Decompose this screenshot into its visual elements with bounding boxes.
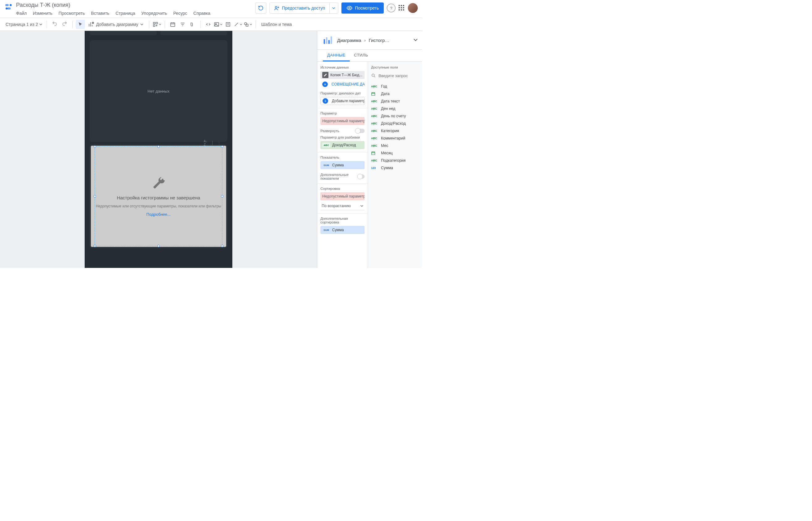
label-optional-metrics: Дополнительные показатели xyxy=(320,173,358,180)
breakdown-dim-chip[interactable]: ABC Доход/Расход xyxy=(320,141,365,149)
no-data-card[interactable]: Нет данных xyxy=(90,40,228,142)
svg-rect-8 xyxy=(156,22,157,24)
svg-rect-18 xyxy=(328,40,330,44)
drill-down-toggle[interactable] xyxy=(355,129,365,133)
label-metric: Показатель xyxy=(320,156,365,159)
report-page[interactable]: Нет данных A↓Z ⋮ Настройка гистограммы н… xyxy=(85,31,232,268)
page-selector[interactable]: Страница 1 из 2 xyxy=(4,22,44,27)
menu-file[interactable]: Файл xyxy=(16,9,30,17)
refresh-button[interactable] xyxy=(255,2,266,14)
shape-button[interactable] xyxy=(243,20,252,29)
field-Дата текст[interactable]: ABCДата текст xyxy=(371,97,419,105)
avatar[interactable] xyxy=(408,3,418,13)
field-Категория[interactable]: ABCКатегория xyxy=(371,127,419,135)
card-stub-2[interactable] xyxy=(160,31,228,35)
data-control-button[interactable] xyxy=(188,20,197,29)
add-date-range-dim[interactable]: + Добавьте параметр xyxy=(320,97,365,105)
card-stub-1[interactable] xyxy=(90,31,157,35)
dimension-error-chip[interactable]: Недопустимый параметр. xyxy=(320,117,365,125)
date-range-button[interactable] xyxy=(168,20,177,29)
breakdown-dim-name: Доход/Расход xyxy=(332,143,356,147)
url-embed-button[interactable] xyxy=(204,20,213,29)
field-Мес[interactable]: ABCМес xyxy=(371,142,419,150)
svg-rect-10 xyxy=(171,23,175,26)
field-Год[interactable]: ABCГод xyxy=(371,83,419,90)
svg-rect-0 xyxy=(5,4,9,6)
sort-error-chip[interactable]: Недопустимый параметр ... xyxy=(320,192,365,200)
label-data-source: Источник данных xyxy=(320,65,365,69)
menu-view[interactable]: Просмотреть xyxy=(56,9,88,17)
apps-icon[interactable] xyxy=(399,5,405,11)
view-label: Посмотреть xyxy=(355,5,379,10)
search-icon xyxy=(371,73,376,78)
label-secondary-sort: Дополнительная сортировка xyxy=(320,217,365,224)
blend-data-button[interactable]: + СОВМЕЩЕНИЕ ДАНН ? xyxy=(320,80,365,88)
toolbar: Страница 1 из 2 Добавить диаграмму Шабло… xyxy=(0,18,422,31)
data-studio-logo[interactable] xyxy=(4,2,13,11)
svg-rect-22 xyxy=(372,152,375,155)
share-dropdown[interactable] xyxy=(330,2,338,14)
chart-error-title: Настройка гистограммы не завершена xyxy=(117,195,200,200)
tab-data[interactable]: ДАННЫЕ xyxy=(323,50,350,62)
field-Ден нед[interactable]: ABCДен нед xyxy=(371,105,419,112)
canvas[interactable]: Нет данных A↓Z ⋮ Настройка гистограммы н… xyxy=(0,31,317,268)
share-button[interactable]: Предоставить доступ xyxy=(270,2,330,14)
right-panel: Диаграмма › Гистогр… ДАННЫЕ СТИЛЬ Источн… xyxy=(317,31,422,268)
doc-title[interactable]: Расходы Т-Ж (копия) xyxy=(16,2,255,8)
add-chart-button[interactable]: Добавить диаграмму xyxy=(86,20,146,29)
data-source-chip[interactable]: Копия Т—Ж Бюд... xyxy=(320,71,365,79)
sort-direction-label: По возрастанию xyxy=(322,204,351,208)
sort-icon[interactable]: A↓Z xyxy=(204,139,207,146)
menu-arrange[interactable]: Упорядочить xyxy=(138,9,170,17)
svg-rect-17 xyxy=(326,37,327,44)
secondary-sort-name: Сумма xyxy=(332,228,344,232)
svg-rect-9 xyxy=(153,25,155,26)
menu-help[interactable]: Справка xyxy=(190,9,214,17)
undo-button[interactable] xyxy=(50,20,59,29)
filter-control-button[interactable] xyxy=(178,20,187,29)
field-День по счету[interactable]: ABCДень по счету xyxy=(371,112,419,120)
metric-chip[interactable]: SUM Сумма xyxy=(320,161,365,169)
help-button[interactable]: ? xyxy=(387,4,396,12)
field-Месяц[interactable]: Месяц xyxy=(371,150,419,157)
image-button[interactable] xyxy=(214,20,223,29)
svg-point-3 xyxy=(5,7,8,9)
view-button[interactable]: Посмотреть xyxy=(341,2,384,14)
field-Комментарий[interactable]: ABCКомментарий xyxy=(371,135,419,142)
optional-metrics-toggle[interactable] xyxy=(358,174,365,179)
chart-more-icon[interactable]: ⋮ xyxy=(217,141,221,145)
svg-rect-16 xyxy=(324,39,325,44)
label-date-range-dim: Параметр: диапазон дат xyxy=(320,91,365,95)
svg-rect-7 xyxy=(153,22,155,24)
svg-rect-19 xyxy=(330,37,332,44)
field-Подкатегория[interactable]: ABCПодкатегория xyxy=(371,157,419,164)
chevron-down-icon[interactable] xyxy=(413,38,418,43)
chart-type-icon[interactable] xyxy=(322,34,334,46)
community-viz-button[interactable] xyxy=(152,20,162,29)
menu-resource[interactable]: Ресурс xyxy=(170,9,190,17)
menu-insert[interactable]: Вставить xyxy=(88,9,112,17)
theme-button[interactable]: Шаблон и тема xyxy=(261,22,292,27)
menu-bar: Файл Изменить Просмотреть Вставить Стран… xyxy=(16,9,255,17)
menu-edit[interactable]: Изменить xyxy=(30,9,55,17)
select-tool[interactable] xyxy=(76,20,85,29)
field-Доход/Расход[interactable]: ABCДоход/Расход xyxy=(371,120,419,127)
svg-point-14 xyxy=(244,23,247,25)
menu-page[interactable]: Страница xyxy=(112,9,138,17)
selected-chart[interactable]: A↓Z ⋮ Настройка гистограммы не завершена… xyxy=(90,144,228,248)
share-label: Предоставить доступ xyxy=(282,5,325,10)
redo-button[interactable] xyxy=(60,20,69,29)
secondary-sort-chip[interactable]: SUM Сумма xyxy=(320,226,365,234)
svg-point-1 xyxy=(9,4,12,6)
add-dim-text: Добавьте параметр xyxy=(332,99,365,103)
header: Расходы Т-Ж (копия) Файл Изменить Просмо… xyxy=(0,0,422,18)
field-Сумма[interactable]: 123Сумма xyxy=(371,164,419,172)
metric-name: Сумма xyxy=(332,163,344,167)
line-button[interactable] xyxy=(233,20,242,29)
tab-style[interactable]: СТИЛЬ xyxy=(350,50,372,62)
field-Дата[interactable]: Дата xyxy=(371,90,419,97)
text-button[interactable] xyxy=(223,20,233,29)
field-search-input[interactable] xyxy=(379,73,419,78)
chart-error-link[interactable]: Подробнее... xyxy=(147,212,171,217)
sort-direction-select[interactable]: По возрастанию xyxy=(320,202,365,210)
